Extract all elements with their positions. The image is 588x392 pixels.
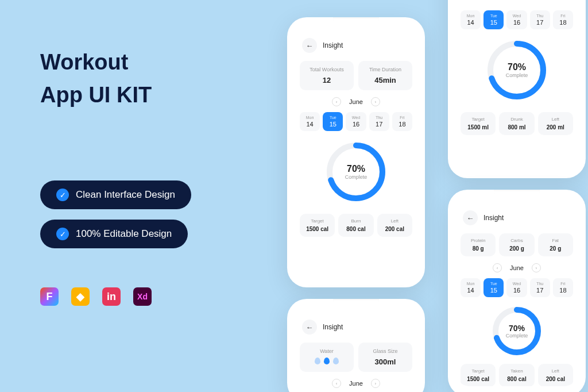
figma-icon: F <box>40 287 59 306</box>
metric-fat: Fat20 g <box>538 233 573 256</box>
check-icon: ✓ <box>56 189 69 201</box>
metric-target: Target1500 cal <box>461 364 496 386</box>
promo-title: Workout App UI KIT <box>40 46 247 112</box>
day-chip[interactable]: Fri18 <box>553 10 573 29</box>
metric-drunk: Drunk800 ml <box>499 112 534 135</box>
metric-protein: Protein80 g <box>461 233 496 256</box>
month-label: June <box>349 380 363 387</box>
back-button[interactable]: ← <box>302 320 317 335</box>
water-drop-icon <box>333 358 339 364</box>
day-selector: Mon14 Tue15 Wed16 Thu17 Fri18 <box>461 278 573 297</box>
metric-taken: Taken800 cal <box>499 364 534 386</box>
phone-mockup-3: ← Insight Protein80 g Carbs200 g Fat20 g… <box>448 190 586 392</box>
prev-month-button[interactable]: ‹ <box>332 97 341 106</box>
day-chip[interactable]: Wed16 <box>506 10 527 29</box>
day-selector: Mon14 Tue15 Wed16 Thu17 Fri18 <box>300 112 412 131</box>
feature-pill-2: ✓ 100% Editable Design <box>40 220 188 248</box>
invision-icon: in <box>102 287 121 306</box>
month-label: June <box>349 98 363 105</box>
metric-burn: Burn800 cal <box>338 214 373 237</box>
sketch-icon: ◆ <box>71 287 90 306</box>
phone-mockup-1: ← Insight Total Workouts 12 Time Duratio… <box>287 17 425 287</box>
progress-ring: 70%Complete <box>491 305 543 357</box>
phone-mockup-4: ← Insight Water Glass Size 300ml ‹ June … <box>287 299 425 392</box>
water-drop-icon <box>315 358 320 364</box>
next-month-button[interactable]: › <box>532 263 541 272</box>
screen-title: Insight <box>483 214 504 222</box>
day-chip[interactable]: Thu17 <box>369 112 389 131</box>
prev-month-button[interactable]: ‹ <box>493 263 502 272</box>
day-selector: Mon14 Tue15 Wed16 Thu17 Fri18 <box>461 10 573 29</box>
metric-left: Left200 ml <box>538 112 573 135</box>
metric-target: Target1500 cal <box>300 214 335 237</box>
metric-left: Left200 cal <box>538 364 573 386</box>
stat-card-glass: Glass Size 300ml <box>358 343 412 372</box>
check-icon: ✓ <box>56 228 69 240</box>
day-chip-active[interactable]: Tue15 <box>483 10 504 29</box>
phone-mockup-2: Mon14 Tue15 Wed16 Thu17 Fri18 70%Complet… <box>448 0 586 178</box>
metric-carbs: Carbs200 g <box>499 233 534 256</box>
day-chip[interactable]: Wed16 <box>506 278 527 297</box>
day-chip-active[interactable]: Tue15 <box>483 278 504 297</box>
metric-target: Target1500 ml <box>461 112 496 135</box>
screen-title: Insight <box>323 41 343 49</box>
stat-card-workouts: Total Workouts 12 <box>300 61 354 90</box>
screen-title: Insight <box>323 323 343 331</box>
next-month-button[interactable]: › <box>371 379 380 388</box>
feature-pill-1: ✓ Clean Interface Design <box>40 180 191 209</box>
progress-ring: 70%Complete <box>485 39 548 102</box>
tool-icons-row: F ◆ in Xd <box>40 287 247 306</box>
day-chip-active[interactable]: Tue15 <box>323 112 343 131</box>
back-button[interactable]: ← <box>302 38 317 53</box>
metric-left: Left200 cal <box>377 214 412 237</box>
progress-ring: 70%Complete <box>324 140 388 203</box>
day-chip[interactable]: Mon14 <box>461 278 481 297</box>
month-label: June <box>510 264 524 271</box>
day-chip[interactable]: Thu17 <box>530 278 550 297</box>
day-chip[interactable]: Wed16 <box>346 112 366 131</box>
stat-card-water: Water <box>300 343 354 372</box>
prev-month-button[interactable]: ‹ <box>332 379 341 388</box>
back-button[interactable]: ← <box>463 210 478 225</box>
day-chip[interactable]: Thu17 <box>530 10 550 29</box>
day-chip[interactable]: Mon14 <box>300 112 320 131</box>
stat-card-duration: Time Duration 45min <box>358 61 412 90</box>
next-month-button[interactable]: › <box>371 97 380 106</box>
water-drop-icon <box>324 358 330 364</box>
day-chip[interactable]: Mon14 <box>461 10 481 29</box>
day-chip[interactable]: Fri18 <box>392 112 412 131</box>
day-chip[interactable]: Fri18 <box>553 278 573 297</box>
xd-icon: Xd <box>133 287 152 306</box>
